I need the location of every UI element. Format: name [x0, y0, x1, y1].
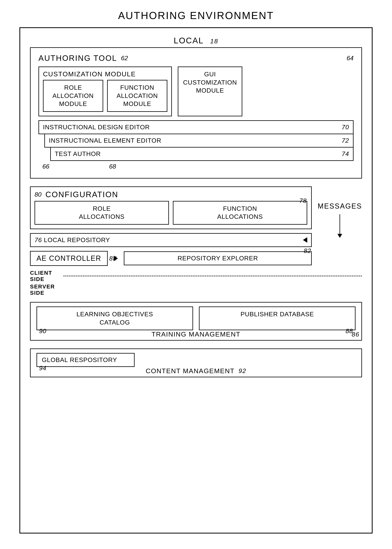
- publisher-database-box: PUBLISHER DATABASE 88: [199, 306, 356, 330]
- client-server-divider: CLIENT SIDE: [30, 270, 362, 282]
- configuration-label: CONFIGURATION: [46, 190, 119, 199]
- authoring-tool-ref: 62: [121, 55, 128, 62]
- role-allocation-label: ROLE ALLOCATION MODULE: [48, 84, 98, 108]
- messages-arrow: [336, 214, 344, 239]
- side-labels: CLIENT SIDE: [30, 270, 59, 282]
- ae-controller-box: AE CONTROLLER 84: [30, 251, 108, 266]
- function-allocation-module-box: FUNCTION ALLOCATION MODULE: [107, 80, 167, 112]
- instructional-element-editor-box: INSTRUCTIONAL ELEMENT EDITOR 72: [44, 134, 354, 148]
- learning-objectives-label: LEARNING OBJECTIVES CATALOG: [42, 310, 188, 326]
- content-management-box: GLOBAL RESPOSITORY 94 CONTENT MANAGEMENT…: [30, 348, 362, 377]
- test-author-box: TEST AUTHOR 74: [50, 147, 354, 161]
- repository-explorer-box: 82 REPOSITORY EXPLORER: [124, 251, 312, 265]
- local-repository-box: 76 LOCAL REPOSITORY: [30, 233, 312, 247]
- gui-ref: 64: [346, 55, 354, 62]
- role-allocations-label: ROLE ALLOCATIONS: [40, 205, 164, 221]
- server-label-wrapper: SERVER SIDE: [30, 283, 59, 296]
- local-repo-ref: 76: [35, 236, 42, 244]
- training-management-box: LEARNING OBJECTIVES CATALOG 90 PUBLISHER…: [30, 302, 362, 341]
- authoring-environment-box: LOCAL 18 AUTHORING TOOL 62 64 CUSTOMIZAT…: [19, 27, 373, 534]
- local-repo-arrows: [303, 237, 307, 243]
- instructional-design-editor-label: INSTRUCTIONAL DESIGN EDITOR: [43, 124, 150, 131]
- function-allocation-ref: 68: [109, 163, 116, 170]
- inner-local-box: AUTHORING TOOL 62 64 CUSTOMIZATION MODUL…: [30, 47, 362, 179]
- global-repository-box: GLOBAL RESPOSITORY 94: [36, 353, 135, 367]
- arrow-left-icon: [303, 237, 307, 243]
- page-title: AUTHORING ENVIRONMENT: [118, 10, 274, 21]
- authoring-tool-label: AUTHORING TOOL: [38, 54, 117, 63]
- messages-column: MESSAGES: [312, 186, 362, 239]
- test-author-ref: 74: [342, 150, 349, 158]
- training-management-label-text: TRAINING MANAGEMENT: [151, 331, 241, 338]
- function-allocations-box: FUNCTION ALLOCATIONS 78: [173, 201, 307, 225]
- function-allocations-label: FUNCTION ALLOCATIONS: [178, 205, 302, 221]
- instructional-design-editor-ref: 70: [342, 124, 349, 131]
- training-inner-row: LEARNING OBJECTIVES CATALOG 90 PUBLISHER…: [36, 306, 356, 330]
- role-allocation-module-box: ROLE ALLOCATION MODULE: [43, 80, 103, 112]
- ae-controller-wrapper: AE CONTROLLER 84: [30, 251, 108, 266]
- repository-explorer-label: REPOSITORY EXPLORER: [178, 255, 258, 262]
- left-column: 80 CONFIGURATION ROLE ALLOCATIONS FUNCTI…: [30, 186, 312, 266]
- config-label-row: 80 CONFIGURATION: [35, 190, 307, 199]
- authoring-tool-label-row: AUTHORING TOOL 62 64: [38, 54, 354, 63]
- instructional-design-editor-box: INSTRUCTIONAL DESIGN EDITOR 70: [38, 120, 354, 134]
- messages-label: MESSAGES: [318, 202, 362, 210]
- content-management-label-text: CONTENT MANAGEMENT: [146, 367, 235, 375]
- page: AUTHORING ENVIRONMENT LOCAL 18 AUTHORING…: [19, 10, 373, 539]
- server-side-label: SERVER SIDE: [30, 283, 55, 296]
- gui-customization-box: GUI CUSTOMIZATION MODULE: [178, 67, 242, 116]
- svg-marker-1: [337, 234, 342, 238]
- function-allocations-ref: 78: [299, 197, 307, 205]
- content-management-ref: 92: [238, 367, 246, 374]
- global-repository-label: GLOBAL RESPOSITORY: [42, 356, 117, 363]
- instructional-element-editor-ref: 72: [342, 137, 349, 144]
- client-side-label: CLIENT SIDE: [30, 270, 59, 282]
- ae-controller-label: AE CONTROLLER: [36, 254, 101, 262]
- config-inner: ROLE ALLOCATIONS FUNCTION ALLOCATIONS 78: [35, 201, 307, 225]
- local-label-row: LOCAL 18: [30, 36, 362, 45]
- config-ref-left: 80: [35, 191, 42, 198]
- function-allocation-label: FUNCTION ALLOCATION MODULE: [112, 84, 162, 108]
- configuration-box: 80 CONFIGURATION ROLE ALLOCATIONS FUNCTI…: [30, 186, 312, 229]
- publisher-database-label: PUBLISHER DATABASE: [204, 310, 350, 318]
- repo-explorer-ref: 82: [304, 247, 311, 254]
- customization-module-label: CUSTOMIZATION MODULE: [43, 70, 167, 78]
- local-label: LOCAL: [174, 36, 203, 45]
- tools-area: CUSTOMIZATION MODULE ROLE ALLOCATION MOD…: [38, 67, 354, 116]
- training-management-label: TRAINING MANAGEMENT 86: [31, 331, 361, 338]
- inner-modules-row: ROLE ALLOCATION MODULE FUNCTION ALLOCATI…: [43, 80, 167, 112]
- role-allocation-ref: 66: [42, 163, 109, 170]
- learning-objectives-box: LEARNING OBJECTIVES CATALOG 90: [36, 306, 193, 330]
- customization-module-box: CUSTOMIZATION MODULE ROLE ALLOCATION MOD…: [38, 67, 172, 116]
- local-ref: 18: [210, 38, 218, 45]
- test-author-label: TEST AUTHOR: [55, 150, 101, 157]
- messages-arrow-svg: [336, 214, 344, 238]
- instructional-element-editor-label: INSTRUCTIONAL ELEMENT EDITOR: [49, 137, 161, 144]
- gui-customization-label: GUI CUSTOMIZATION MODULE: [183, 70, 237, 95]
- local-repository-label: LOCAL REPOSITORY: [44, 236, 110, 244]
- server-label-row: SERVER SIDE: [30, 283, 362, 296]
- config-messages-section: 80 CONFIGURATION ROLE ALLOCATIONS FUNCTI…: [30, 186, 362, 266]
- content-management-label-row: CONTENT MANAGEMENT 92: [31, 367, 361, 375]
- dashed-line: [63, 276, 362, 276]
- role-allocations-box: ROLE ALLOCATIONS: [35, 201, 169, 225]
- ae-controller-ref: 84: [109, 255, 117, 262]
- module-refs-row: 66 68: [38, 163, 354, 170]
- editors-area: INSTRUCTIONAL DESIGN EDITOR 70 INSTRUCTI…: [38, 120, 354, 161]
- ae-repo-row: AE CONTROLLER 84 82 REPOSITORY EXPLORER: [30, 251, 312, 266]
- training-management-ref: 86: [352, 331, 359, 338]
